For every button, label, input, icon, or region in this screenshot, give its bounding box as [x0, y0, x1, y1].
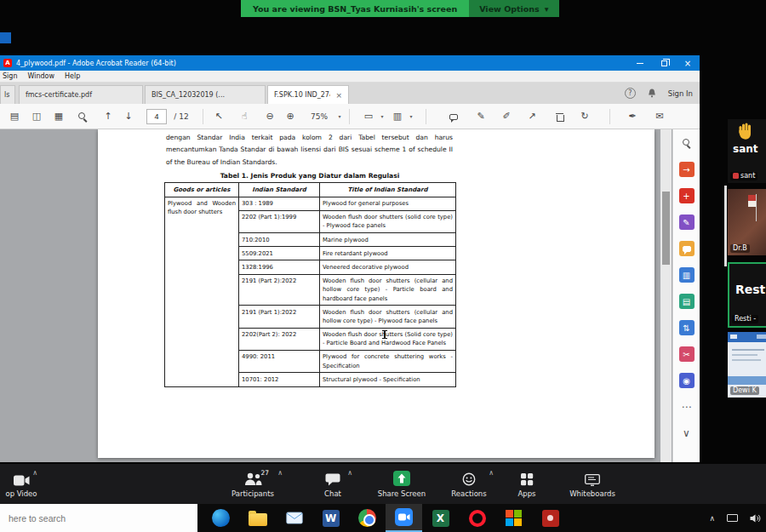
participant-tile-drb[interactable]: Dr.B — [728, 189, 766, 255]
print-icon[interactable]: ▦ — [51, 104, 66, 129]
next-page-icon[interactable]: ↓ — [121, 104, 136, 129]
tab-label: F.SPK.10 IND_274_... — [274, 91, 330, 99]
strip-scrollbar[interactable] — [724, 186, 727, 266]
taskbar-excel-icon[interactable]: X — [422, 504, 459, 532]
zoom-out-icon[interactable]: ⊖ — [262, 104, 277, 129]
fit-width-caret-icon[interactable]: ▾ — [374, 104, 390, 129]
combine-files-tool-icon[interactable]: ▥ — [679, 267, 695, 283]
help-icon[interactable]: ? — [625, 88, 636, 99]
whiteboards-label: Whiteboards — [562, 489, 623, 498]
close-button[interactable]: × — [676, 55, 700, 71]
std-cell: 1328:1996 — [239, 260, 320, 274]
highlight-icon[interactable]: ✎ — [473, 104, 489, 129]
zoom-level-value[interactable]: 75% — [306, 104, 332, 129]
std-cell: 2191 (Part 1):2022 — [239, 306, 320, 328]
page-display-caret-icon[interactable]: ▾ — [403, 104, 419, 129]
taskbar-mail-icon[interactable] — [276, 504, 312, 532]
taskbar-red-app-icon[interactable] — [532, 504, 569, 532]
minimize-button[interactable] — [628, 55, 652, 71]
participants-button[interactable]: 27 ∧ Participants — [223, 467, 283, 498]
taskbar-opera-icon[interactable] — [459, 504, 495, 532]
more-tools-dots-icon[interactable]: ⋯ — [679, 399, 695, 415]
zoom-in-icon[interactable]: ⊕ — [283, 104, 298, 129]
taskbar-microsoft-store-icon[interactable] — [495, 504, 532, 532]
minimize-icon — [637, 63, 643, 64]
tab-bis-ca[interactable]: BIS_CA_12032019 (... — [145, 85, 266, 104]
organize-pages-tool-icon[interactable]: ▤ — [679, 294, 695, 309]
close-icon: × — [684, 59, 691, 68]
panel-chevron-down-icon[interactable]: ∨ — [679, 426, 695, 441]
share-screen-button[interactable]: Share Screen — [373, 467, 431, 498]
video-caret-icon[interactable]: ∧ — [32, 469, 37, 477]
notifications-bell-icon[interactable] — [648, 89, 656, 98]
draw-icon[interactable]: ✐ — [499, 104, 514, 129]
stamp-tool-icon[interactable]: ◉ — [679, 373, 695, 388]
tab-tools-fragment[interactable]: ls — [0, 85, 15, 104]
comment-tool-icon[interactable] — [679, 241, 695, 256]
restore-button[interactable] — [652, 55, 676, 71]
participant-tile-resti-active-speaker[interactable]: Rest Resti - — [728, 262, 766, 328]
apps-button[interactable]: Apps — [509, 467, 545, 498]
taskbar-edge-icon[interactable] — [203, 504, 239, 532]
tray-display-icon[interactable] — [727, 514, 738, 522]
sign-in-button[interactable]: Sign In — [668, 89, 693, 98]
view-options-button[interactable]: View Options ▾ — [469, 0, 558, 17]
participant-name-label: Resti - — [732, 315, 758, 323]
taskbar-chrome-icon[interactable] — [349, 504, 386, 532]
title-cell: Plywood for general purposes — [320, 197, 456, 210]
file-icon[interactable]: ▤ — [7, 104, 22, 129]
search-tool-icon[interactable] — [679, 135, 695, 151]
participants-caret-icon[interactable]: ∧ — [277, 469, 283, 477]
restore-icon — [661, 60, 667, 66]
select-tool-icon[interactable]: ↖ — [211, 104, 226, 129]
rotate-icon[interactable]: ↻ — [577, 104, 592, 129]
reactions-button[interactable]: ∧ Reactions — [444, 467, 494, 498]
search-icon[interactable] — [75, 104, 90, 129]
taskbar-zoom-icon-active[interactable] — [386, 504, 422, 532]
tab-fspk-active[interactable]: F.SPK.10 IND_274_... × — [267, 85, 349, 104]
acrobat-window: A 4_plywood.pdf - Adobe Acrobat Reader (… — [0, 55, 700, 462]
tab-close-icon[interactable]: × — [335, 91, 342, 100]
title-cell: Fire retardant plywood — [320, 247, 456, 260]
share-file-icon[interactable]: ↗ — [524, 104, 540, 129]
chat-caret-icon[interactable]: ∧ — [347, 469, 352, 477]
menu-help[interactable]: Help — [65, 72, 80, 80]
previous-page-icon[interactable]: ↑ — [100, 104, 116, 129]
delete-icon[interactable] — [552, 104, 567, 129]
tray-speaker-icon[interactable] — [750, 514, 761, 523]
create-pdf-tool-icon[interactable]: + — [679, 188, 695, 203]
send-email-icon[interactable]: ✉ — [652, 104, 667, 129]
stop-video-button[interactable]: ∧ op Video — [0, 467, 43, 498]
zoom-viewing-banner: You are viewing BSN_Tyas Kurniasih's scr… — [241, 0, 559, 17]
menu-sign[interactable]: Sign — [3, 72, 17, 80]
export-pdf-tool-icon[interactable]: → — [679, 162, 695, 177]
tray-show-hidden-icons[interactable]: ∧ — [709, 514, 715, 523]
page-number-input[interactable] — [146, 109, 167, 124]
menu-window[interactable]: Window — [27, 72, 54, 80]
std-cell: 2202(Part 2): 2022 — [239, 328, 320, 350]
taskbar-word-icon[interactable]: W — [312, 504, 349, 532]
fill-sign-icon[interactable]: ✒ — [625, 104, 640, 129]
pdf-scrollbar-thumb[interactable] — [662, 192, 670, 265]
reactions-caret-icon[interactable]: ∧ — [489, 469, 494, 477]
participant-tile-sant[interactable]: sant sant — [728, 119, 766, 183]
redact-tool-icon[interactable]: ✂ — [679, 346, 695, 362]
compress-pdf-tool-icon[interactable]: ⇅ — [679, 320, 695, 335]
comment-icon[interactable] — [446, 104, 461, 129]
taskbar-search-input[interactable] — [0, 504, 197, 532]
goods-cell: Plywood and Wooden flush door shutters — [165, 197, 239, 386]
zoom-caret-icon[interactable]: ▾ — [332, 104, 347, 129]
standards-table: Goods or articles Indian Standard Title … — [164, 182, 456, 387]
whiteboards-button[interactable]: Whiteboards — [562, 467, 623, 498]
participants-people-icon — [243, 472, 262, 486]
chat-button[interactable]: ∧ Chat — [313, 467, 352, 498]
taskbar-file-explorer-icon[interactable] — [239, 504, 276, 532]
share-screen-icon — [393, 471, 410, 486]
tab-fmcs-certificate[interactable]: fmcs-certificate.pdf — [19, 85, 143, 104]
smiley-icon — [462, 472, 476, 486]
participant-tile-dewi[interactable]: Dewi K — [728, 332, 766, 398]
hand-tool-icon[interactable]: ☝ — [237, 104, 252, 129]
pdf-scrollbar[interactable] — [660, 129, 672, 462]
save-icon[interactable]: ◫ — [29, 104, 44, 129]
edit-pdf-tool-icon[interactable]: ✎ — [679, 215, 695, 230]
